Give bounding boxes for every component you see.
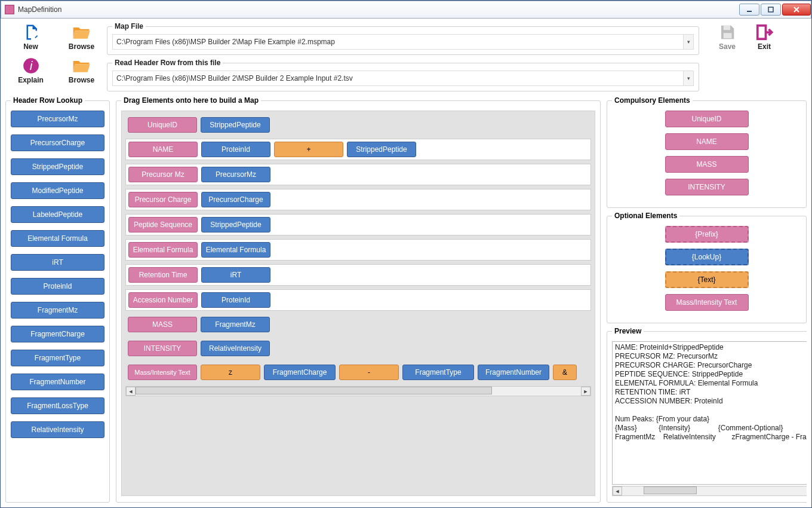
headerfile-input[interactable]	[112, 71, 683, 86]
map-cell[interactable]: z	[201, 365, 260, 380]
optional-element[interactable]: {Text}	[665, 271, 749, 288]
map-row-mass-intensity[interactable]: Mass/Intensity TextzFragmentCharge-Fragm…	[125, 362, 591, 382]
map-cell[interactable]: MASS	[128, 317, 197, 332]
map-cell[interactable]: StrippedPeptide	[347, 142, 416, 157]
new-button[interactable]: New	[21, 23, 41, 51]
optional-element[interactable]: {Prefix}	[665, 226, 749, 243]
explain-button[interactable]: i Explain	[18, 57, 44, 84]
map-cell[interactable]: Retention Time	[128, 267, 198, 283]
lookup-item[interactable]: ProteinId	[11, 278, 104, 295]
map-cell[interactable]: Elemental Formula	[201, 242, 270, 258]
lookup-item[interactable]: Elemental Formula	[11, 230, 104, 247]
save-button[interactable]: Save	[717, 23, 737, 89]
svg-rect-8	[758, 26, 766, 39]
map-cell[interactable]: &	[553, 365, 577, 380]
preview-text: NAME: ProteinId+StrippedPeptide PRECURSO…	[612, 341, 807, 485]
map-row[interactable]: NAMEProteinId+StrippedPeptide	[125, 139, 591, 160]
map-cell[interactable]: FragmentNumber	[478, 365, 549, 380]
map-cell[interactable]: FragmentType	[402, 365, 474, 380]
mapfile-dropdown[interactable]: ▾	[683, 34, 694, 50]
compulsory-element[interactable]: UniqueID	[665, 111, 749, 127]
compulsory-element[interactable]: MASS	[665, 156, 749, 173]
lookup-item[interactable]: ModifiedPeptide	[11, 182, 104, 199]
lookup-item[interactable]: FragmentMz	[11, 302, 104, 319]
svg-rect-1	[768, 7, 773, 12]
svg-rect-6	[724, 26, 730, 30]
optional-element[interactable]: Mass/Intensity Text	[665, 294, 749, 311]
compulsory-element[interactable]: NAME	[665, 133, 749, 150]
map-cell[interactable]: PrecursorCharge	[201, 192, 270, 207]
map-row[interactable]: Retention TimeiRT	[125, 264, 591, 286]
map-row[interactable]: Peptide SequenceStrippedPeptide	[125, 214, 591, 235]
maximize-button[interactable]	[761, 4, 781, 16]
map-cell[interactable]: Precursor Charge	[128, 192, 198, 207]
headerfile-group: Read Header Row from this file ▾	[107, 59, 699, 91]
map-cell[interactable]: iRT	[201, 267, 270, 283]
folder-open-icon	[71, 23, 91, 41]
map-cell[interactable]: Accession Number	[128, 292, 198, 308]
preview-horizontal-scrollbar[interactable]: ◄►	[612, 486, 807, 496]
compulsory-panel: Compulsory Elements UniqueIDNAMEMASSINTE…	[607, 96, 807, 208]
map-cell[interactable]: INTENSITY	[128, 341, 197, 356]
preview-panel: Preview NAME: ProteinId+StrippedPeptide …	[607, 327, 807, 503]
browse-header-button[interactable]: Browse	[69, 57, 94, 84]
new-file-icon	[21, 23, 41, 41]
lookup-item[interactable]: FragmentCharge	[11, 326, 104, 342]
map-cell[interactable]: PrecursorMz	[201, 167, 270, 182]
map-cell[interactable]: FragmentCharge	[264, 365, 336, 380]
map-cell[interactable]: NAME	[128, 142, 198, 157]
lookup-item[interactable]: StrippedPeptide	[11, 158, 104, 175]
folder-open-icon	[71, 57, 91, 75]
svg-rect-7	[724, 33, 732, 38]
lookup-item[interactable]: PrecursorMz	[11, 111, 104, 127]
mapfile-input[interactable]	[112, 34, 683, 50]
map-cell[interactable]: ProteinId	[201, 142, 270, 157]
map-cell[interactable]: StrippedPeptide	[201, 117, 270, 133]
browse-mapfile-button[interactable]: Browse	[69, 23, 94, 51]
header-lookup-panel: Header Row Lookup PrecursorMzPrecursorCh…	[5, 96, 110, 503]
mapfile-group: Map File ▾	[107, 22, 699, 55]
lookup-item[interactable]: FragmentLossType	[11, 397, 104, 414]
map-cell[interactable]: UniqueID	[128, 117, 197, 133]
lookup-item[interactable]: FragmentNumber	[11, 374, 104, 390]
headerfile-dropdown[interactable]: ▾	[683, 71, 694, 86]
optional-element[interactable]: {LookUp}	[665, 249, 749, 265]
map-row[interactable]: Elemental FormulaElemental Formula	[125, 239, 591, 261]
compulsory-element[interactable]: INTENSITY	[665, 179, 749, 195]
exit-icon	[754, 23, 774, 41]
map-cell[interactable]: -	[339, 365, 399, 380]
map-cell[interactable]: Elemental Formula	[128, 242, 198, 258]
close-button[interactable]	[782, 4, 811, 16]
title-bar: MapDefinition	[1, 1, 811, 19]
map-cell[interactable]: Precursor Mz	[128, 167, 198, 182]
map-row[interactable]: Accession NumberProteinId	[125, 289, 591, 311]
map-row[interactable]: INTENSITYRelativeIntensity	[125, 338, 591, 359]
map-cell[interactable]: RelativeIntensity	[201, 341, 270, 356]
map-cell[interactable]: Peptide Sequence	[128, 217, 198, 232]
info-icon: i	[21, 57, 41, 75]
optional-panel: Optional Elements {Prefix}{LookUp}{Text}…	[607, 212, 807, 323]
map-cell[interactable]: ProteinId	[201, 292, 270, 308]
minimize-button[interactable]	[739, 4, 759, 16]
lookup-item[interactable]: LabeledPeptide	[11, 206, 104, 223]
lookup-item[interactable]: iRT	[11, 254, 104, 271]
map-cell[interactable]: +	[274, 142, 343, 157]
lookup-item[interactable]: RelativeIntensity	[11, 421, 104, 438]
map-row[interactable]: Precursor ChargePrecursorCharge	[125, 189, 591, 210]
app-icon	[5, 5, 14, 14]
save-icon	[717, 23, 737, 41]
map-row[interactable]: UniqueIDStrippedPeptide	[125, 115, 591, 135]
lookup-item[interactable]: PrecursorCharge	[11, 134, 104, 151]
row-horizontal-scrollbar[interactable]: ◄►	[125, 386, 591, 396]
map-row[interactable]: MASSFragmentMz	[125, 314, 591, 335]
map-builder-panel: Drag Elements onto here to build a Map U…	[116, 96, 601, 503]
map-cell[interactable]: FragmentMz	[201, 317, 270, 332]
window-title: MapDefinition	[18, 5, 61, 14]
map-cell[interactable]: Mass/Intensity Text	[128, 365, 197, 380]
drag-zone[interactable]: UniqueIDStrippedPeptideNAMEProteinId+Str…	[121, 111, 595, 496]
map-row[interactable]: Precursor MzPrecursorMz	[125, 164, 591, 185]
map-cell[interactable]: StrippedPeptide	[201, 217, 270, 232]
exit-button[interactable]: Exit	[754, 23, 774, 89]
lookup-item[interactable]: FragmentType	[11, 350, 104, 366]
